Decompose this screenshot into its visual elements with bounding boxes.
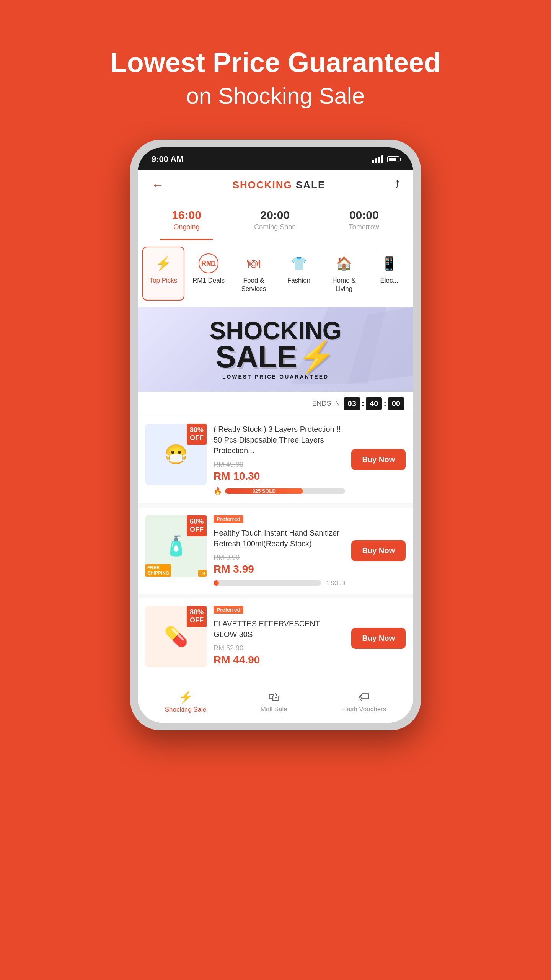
cat-label-food-services: Food & Services [237,276,270,293]
preferred-badge-3: Preferred [214,606,243,614]
original-price-3: RM 52.90 [214,644,345,652]
fire-icon-1: 🔥 [214,487,222,495]
sold-count-2: 1 SOLD [326,580,346,586]
product-row-2: Preferred Healthy Touch Instant Hand San… [214,515,406,586]
rm1-deals-icon: RM1 [199,253,218,273]
product-image-3: 💊 80% OFF [145,606,207,667]
back-button[interactable]: ← [152,178,164,192]
mall-sale-nav-icon: 🛍 [268,690,280,703]
nav-mall-sale[interactable]: 🛍 Mall Sale [261,690,287,714]
cat-tab-electronics[interactable]: 📱 Elec... [368,247,410,300]
product-card-2: 🧴 60% OFF FREESHIPPING 19 Preferred [138,508,413,594]
product-row-1: ( Ready Stock ) 3 Layers Protection !! 5… [214,424,406,495]
food-services-icon: 🍽 [244,253,264,273]
time-tab-2000[interactable]: 20:00 Coming Soon [243,201,307,240]
discount-badge-3: 80% OFF [187,606,207,627]
product-name-1: ( Ready Stock ) 3 Layers Protection !! 5… [214,424,345,456]
progress-bar-1: 325 SOLD [225,488,345,494]
cat-tab-food-services[interactable]: 🍽 Food & Services [233,247,275,300]
battery-icon [387,156,399,162]
timer-row: ENDS IN 03 : 40 : 00 [138,392,413,416]
cat-label-fashion: Fashion [287,276,310,285]
buy-now-button-1[interactable]: Buy Now [351,449,406,470]
banner-lightning: ⚡ [297,340,336,374]
nav-shocking-sale[interactable]: ⚡ Shocking Sale [165,690,207,714]
hero-subtitle: on Shocking Sale [186,83,365,109]
home-living-icon: 🏠 [334,253,354,273]
banner-sale: SALE [215,340,297,374]
product-info-1: ( Ready Stock ) 3 Layers Protection !! 5… [214,424,406,495]
product-row-3: Preferred FLAVETTES EFFERVESCENT GLOW 30… [214,606,406,671]
status-time: 9:00 AM [152,154,184,164]
status-bar: 9:00 AM [138,147,413,170]
flash-vouchers-nav-label: Flash Vouchers [341,706,386,713]
mall-sale-nav-label: Mall Sale [261,706,287,713]
shocking-sale-logo: SHOCKING SALE⚡ LOWEST PRICE GUARANTEED [210,318,342,380]
product-details-2: Preferred Healthy Touch Instant Hand San… [214,515,345,586]
buy-now-button-3[interactable]: Buy Now [351,628,406,649]
time-tab-1600[interactable]: 16:00 Ongoing [160,201,213,240]
banner-sub: LOWEST PRICE GUARANTEED [210,374,342,380]
timer-display: 03 : 40 : 00 [344,397,404,410]
app-header: ← SHOCKING SALE ⤴ [138,170,413,201]
discount-badge-2: 60% OFF [187,515,207,536]
cat-label-top-picks: Top Picks [150,276,178,285]
label-coming-soon: Coming Soon [254,223,296,231]
cat-tab-rm1-deals[interactable]: RM1 RM1 Deals [187,247,230,300]
bottom-nav: ⚡ Shocking Sale 🛍 Mall Sale 🏷 Flash Vouc… [138,683,413,723]
progress-bar-2 [214,580,321,586]
product-image-2: 🧴 60% OFF FREESHIPPING 19 [145,515,207,577]
product-details-1: ( Ready Stock ) 3 Layers Protection !! 5… [214,424,345,495]
top-picks-icon: ⚡ [153,253,173,273]
progress-row-2: 1 SOLD [214,580,345,586]
timer-seconds: 00 [388,397,404,410]
timer-minutes: 40 [366,397,382,410]
label-tomorrow: Tomorrow [349,223,379,231]
product-list: 😷 80% OFF ( Ready Stock ) 3 Layers Prote… [138,416,413,678]
flash-vouchers-nav-icon: 🏷 [358,690,370,703]
category-tabs: ⚡ Top Picks RM1 RM1 Deals 🍽 Food & Servi… [138,240,413,307]
time-2000: 20:00 [254,209,296,222]
original-price-1: RM 49.90 [214,461,345,469]
nav-flash-vouchers[interactable]: 🏷 Flash Vouchers [341,690,386,714]
sale-price-1: RM 10.30 [214,470,345,482]
signal-icon [372,155,383,163]
product-info-2: Preferred Healthy Touch Instant Hand San… [214,515,406,586]
progress-fill-1: 325 SOLD [225,488,303,494]
cat-label-rm1-deals: RM1 Deals [192,276,225,285]
hero-title: Lowest Price Guaranteed [110,46,441,79]
product-details-3: Preferred FLAVETTES EFFERVESCENT GLOW 30… [214,606,345,671]
title-shocking: SHOCKING [233,179,292,191]
buy-now-button-2[interactable]: Buy Now [351,540,406,561]
electronics-icon: 📱 [379,253,399,273]
product-info-3: Preferred FLAVETTES EFFERVESCENT GLOW 30… [214,606,406,671]
page-title: SHOCKING SALE [233,179,326,191]
phone-screen: 9:00 AM ← SHOCKING SALE [138,147,413,722]
sale-price-2: RM 3.99 [214,563,345,575]
banner-content: SHOCKING SALE⚡ LOWEST PRICE GUARANTEED [149,318,402,380]
timer-sep-2: : [383,399,386,408]
shocking-sale-nav-label: Shocking Sale [165,706,207,714]
sold-count-1: 325 SOLD [252,488,276,494]
product-name-3: FLAVETTES EFFERVESCENT GLOW 30S [214,618,345,640]
cat-label-home-living: Home & Living [328,276,360,293]
title-sale: SALE [292,179,326,191]
product-card-1: 😷 80% OFF ( Ready Stock ) 3 Layers Prote… [138,416,413,503]
cat-label-electronics: Elec... [380,276,398,285]
sale-price-3: RM 44.90 [214,654,345,666]
free-shipping-badge-2: FREESHIPPING [145,564,171,577]
timer-hours: 03 [344,397,360,410]
progress-fill-2 [214,580,219,586]
share-button[interactable]: ⤴ [394,179,399,191]
shocking-sale-nav-icon: ⚡ [179,690,193,704]
product-card-3: 💊 80% OFF Preferred FLAVETT [138,598,413,678]
cat-tab-home-living[interactable]: 🏠 Home & Living [323,247,365,300]
label-ongoing: Ongoing [172,223,201,231]
status-right [372,155,399,163]
cat-tab-fashion[interactable]: 👕 Fashion [278,247,320,300]
app-screen: ← SHOCKING SALE ⤴ 16:00 Ongoing 20:00 Co… [138,170,413,722]
progress-row-1: 🔥 325 SOLD [214,487,345,495]
time-tab-0000[interactable]: 00:00 Tomorrow [337,201,391,240]
cat-tab-top-picks[interactable]: ⚡ Top Picks [142,247,184,300]
sale-banner: SHOCKING SALE⚡ LOWEST PRICE GUARANTEED [138,307,413,392]
